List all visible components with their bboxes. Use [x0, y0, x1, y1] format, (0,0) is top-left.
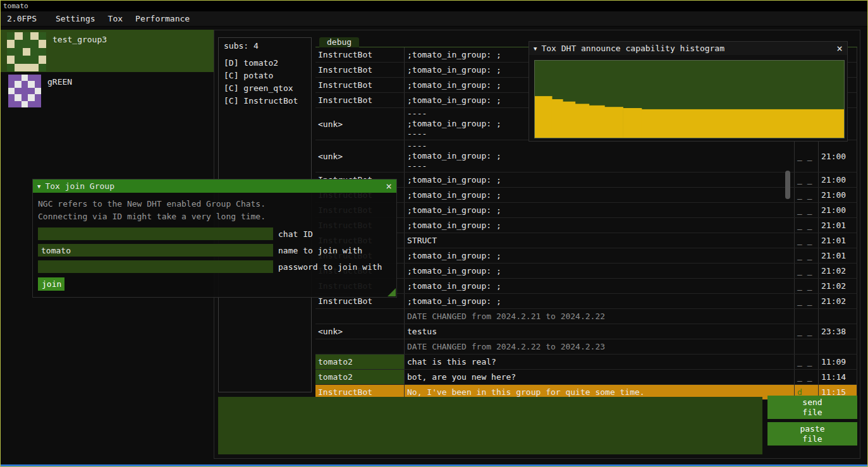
histogram-window-title: Tox DHT announce capability histogram [541, 44, 832, 53]
message-time: 21:02 [818, 264, 857, 278]
group-item-test_group3[interactable]: test_group3 [1, 30, 214, 72]
message-flags: _ _ [794, 355, 818, 369]
message-text: ;tomato_in_group: ; [404, 218, 794, 233]
join-password-input[interactable] [38, 260, 273, 273]
file-buttons: send file paste file [767, 396, 857, 449]
message-flags [794, 339, 818, 354]
chat-id-input[interactable] [38, 227, 273, 240]
message-flags: _ _ [794, 173, 818, 187]
chat-row: <unk>---- ;tomato_in_group: ; ----_ _21:… [315, 140, 857, 173]
message-flags [794, 309, 818, 324]
paste-file-label-1: paste [800, 424, 824, 434]
app-window: tomato 2.0FPS Settings Tox Performance t… [0, 0, 868, 467]
message-flags: _ _ [794, 370, 818, 384]
join-name-label: name to join with [278, 246, 362, 255]
collapse-arrow-icon[interactable]: ▼ [534, 45, 537, 52]
message-time: 23:38 [818, 324, 857, 339]
close-icon[interactable]: × [386, 181, 392, 191]
message-sender: <unk> [315, 108, 404, 140]
join-password-label: password to join with [278, 262, 382, 272]
message-time: 21:01 [818, 233, 857, 248]
menu-bar: 2.0FPS Settings Tox Performance [1, 11, 867, 27]
member-item[interactable]: [C] InstructBot [224, 95, 311, 107]
menu-item-tox[interactable]: Tox [102, 12, 129, 25]
message-time: 21:01 [818, 248, 857, 263]
send-file-label-2: file [802, 408, 822, 418]
chat-id-label: chat ID [278, 229, 313, 239]
message-flags: _ _ [794, 294, 818, 308]
message-time [818, 309, 857, 324]
message-text: STRUCT [404, 233, 794, 248]
message-time: 21:00 [818, 203, 857, 217]
member-item[interactable]: [C] potato [224, 70, 311, 82]
message-text: ;tomato_in_group: ; [404, 279, 794, 293]
dht-capability-histogram-plot [534, 60, 845, 138]
message-sender: InstructBot [315, 47, 404, 62]
message-text: ;tomato_in_group: ; [404, 188, 794, 202]
message-time: 21:02 [818, 279, 857, 293]
menu-item-performance[interactable]: Performance [129, 12, 196, 25]
resize-grip[interactable] [388, 288, 396, 296]
message-time: 21:02 [818, 294, 857, 308]
message-text: ;tomato_in_group: ; [404, 248, 794, 263]
message-text: testus [404, 324, 794, 339]
message-sender: InstructBot [315, 93, 404, 107]
message-text: chat is this real? [404, 355, 794, 369]
send-file-label-1: send [802, 397, 822, 408]
chat-row: DATE CHANGED from 2024.2.21 to 2024.2.22 [315, 309, 857, 324]
join-group-titlebar[interactable]: ▼ Tox join Group × [33, 179, 396, 193]
close-icon[interactable]: × [836, 44, 843, 54]
message-text: ;tomato_in_group: ; [404, 294, 794, 308]
message-time: 21:00 [818, 173, 857, 187]
message-text: ;tomato_in_group: ; [404, 203, 794, 217]
fps-counter: 2.0FPS [1, 12, 43, 25]
join-name-input[interactable] [38, 244, 273, 257]
message-flags: _ _ [794, 233, 818, 248]
histogram-window: ▼ Tox DHT announce capability histogram … [529, 41, 848, 142]
message-flags: _ _ [794, 188, 818, 202]
chat-row: tomato2bot, are you new here?_ _11:14 [315, 370, 857, 385]
message-sender: InstructBot [315, 63, 404, 77]
message-time [818, 339, 857, 354]
message-flags: _ _ [794, 203, 818, 217]
message-sender: tomato2 [315, 355, 404, 369]
join-button[interactable]: join [38, 277, 64, 291]
group-item-green[interactable]: gREEN [1, 72, 214, 114]
join-desc-line2: Connecting via ID might take a very long… [38, 210, 391, 223]
message-flags: _ _ [794, 248, 818, 263]
message-sender [315, 309, 404, 324]
message-input[interactable] [218, 397, 762, 454]
message-sender: tomato2 [315, 370, 404, 384]
message-text: DATE CHANGED from 2024.2.21 to 2024.2.22 [404, 309, 794, 324]
join-group-window-title: Tox join Group [45, 181, 381, 191]
member-item[interactable]: [C] green_qtox [224, 82, 311, 95]
paste-file-button[interactable]: paste file [767, 422, 857, 446]
message-text: ;tomato_in_group: ; [404, 264, 794, 278]
tab-debug[interactable]: debug [319, 37, 359, 47]
group-name: gREEN [47, 75, 72, 87]
window-titlebar[interactable]: tomato [1, 1, 867, 11]
message-time: 21:00 [818, 188, 857, 202]
message-sender: <unk> [315, 324, 404, 339]
message-sender: <unk> [315, 140, 404, 172]
message-sender [315, 339, 404, 354]
join-group-body: NGC refers to the New DHT enabled Group … [33, 193, 396, 297]
message-flags: _ _ [794, 279, 818, 293]
chat-row: tomato2chat is this real?_ _11:09 [315, 355, 857, 370]
message-time: 11:09 [818, 355, 857, 369]
chat-row: DATE CHANGED from 2024.2.22 to 2024.2.23 [315, 339, 857, 355]
chat-scrollbar[interactable] [785, 171, 790, 199]
send-file-button[interactable]: send file [767, 396, 857, 419]
menu-item-settings[interactable]: Settings [49, 12, 102, 25]
chat-row: <unk>testus_ _23:38 [315, 324, 857, 339]
message-time: 11:14 [818, 370, 857, 384]
message-flags: _ _ [794, 264, 818, 278]
collapse-arrow-icon[interactable]: ▼ [37, 183, 40, 190]
member-item[interactable]: [D] tomato2 [224, 57, 311, 70]
subs-list: [D] tomato2[C] potato[C] green_qtox[C] I… [224, 57, 311, 107]
message-flags: _ _ [794, 324, 818, 339]
group-avatar-test_group3-icon [7, 32, 46, 71]
histogram-titlebar[interactable]: ▼ Tox DHT announce capability histogram … [529, 42, 847, 55]
message-text: bot, are you new here? [404, 370, 794, 384]
message-text: ---- ;tomato_in_group: ; ---- [404, 140, 794, 172]
